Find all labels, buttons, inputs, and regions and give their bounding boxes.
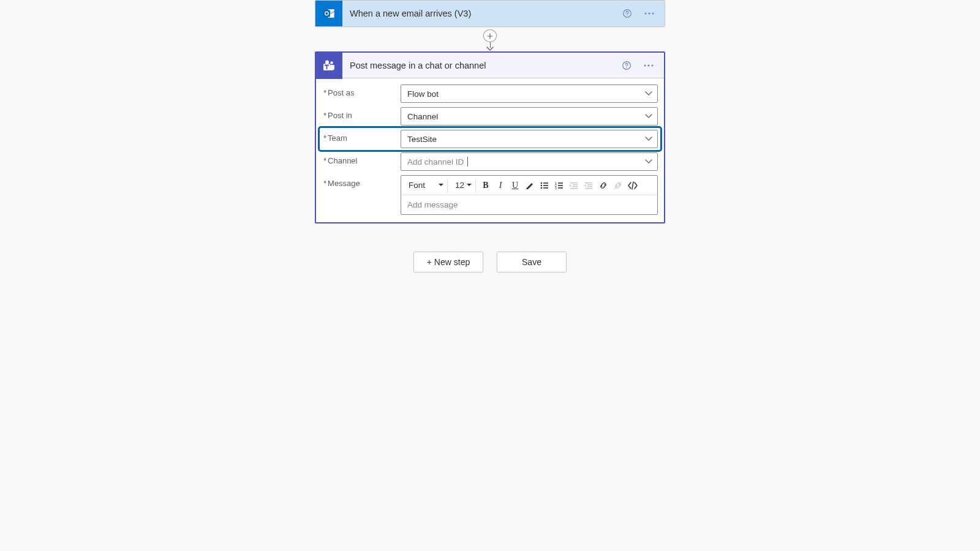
svg-rect-29 — [570, 182, 578, 184]
field-channel: *Channel Add channel ID — [322, 152, 658, 171]
add-step-bubble[interactable] — [483, 29, 497, 42]
select-placeholder: Add channel ID — [407, 157, 464, 167]
svg-rect-18 — [543, 182, 548, 184]
editor-toolbar: Font 12 B I U — [401, 176, 657, 195]
bold-icon[interactable]: B — [478, 178, 493, 193]
highlight-icon[interactable] — [522, 178, 537, 193]
svg-point-21 — [541, 187, 543, 189]
bullet-list-icon[interactable] — [537, 178, 552, 193]
underline-icon[interactable]: U — [508, 178, 522, 193]
team-select[interactable]: TestSite — [401, 130, 658, 148]
svg-rect-22 — [543, 187, 548, 189]
svg-point-7 — [649, 13, 650, 15]
svg-rect-20 — [543, 185, 548, 186]
connector — [483, 27, 497, 51]
text-caret — [467, 157, 468, 167]
svg-rect-32 — [570, 188, 578, 189]
code-view-icon[interactable] — [625, 178, 640, 193]
svg-point-8 — [652, 13, 654, 15]
svg-rect-24 — [558, 182, 563, 184]
svg-point-17 — [541, 182, 543, 184]
action-title: Post message in a chat or channel — [342, 61, 620, 70]
ellipsis-icon[interactable] — [643, 7, 656, 20]
svg-point-15 — [648, 64, 650, 66]
trigger-title: When a new email arrives (V3) — [342, 9, 620, 18]
svg-rect-30 — [573, 184, 578, 186]
svg-point-10 — [325, 60, 329, 64]
svg-point-19 — [541, 184, 543, 186]
trigger-card[interactable]: When a new email arrives (V3) — [315, 0, 665, 27]
action-header[interactable]: Post message in a chat or channel — [316, 53, 664, 78]
link-icon[interactable] — [596, 178, 611, 193]
svg-point-13 — [626, 67, 627, 67]
caret-down-icon — [467, 184, 472, 187]
svg-rect-36 — [585, 188, 592, 189]
chevron-down-icon — [645, 137, 652, 141]
unlink-icon[interactable] — [611, 178, 625, 193]
font-family-select[interactable]: Font — [404, 178, 448, 193]
chevron-down-icon — [645, 91, 652, 96]
field-team: *Team TestSite — [320, 128, 660, 150]
svg-point-14 — [644, 64, 646, 66]
save-button[interactable]: Save — [497, 252, 567, 272]
field-label: *Channel — [322, 152, 401, 171]
indent-icon[interactable] — [581, 178, 596, 193]
post-in-select[interactable]: Channel — [401, 107, 658, 126]
action-card: Post message in a chat or channel *Post … — [315, 51, 665, 223]
svg-rect-26 — [558, 185, 563, 186]
message-editor: Font 12 B I U — [401, 175, 658, 215]
svg-text:3: 3 — [555, 186, 557, 190]
svg-rect-34 — [587, 184, 592, 186]
new-step-button[interactable]: + New step — [413, 252, 483, 272]
field-label: *Message — [322, 175, 401, 192]
select-value: Channel — [407, 112, 438, 121]
svg-point-16 — [652, 64, 654, 66]
channel-select[interactable]: Add channel ID — [401, 152, 658, 171]
caret-down-icon — [439, 184, 443, 187]
svg-rect-28 — [558, 187, 563, 189]
select-value: TestSite — [407, 135, 437, 144]
help-icon[interactable] — [620, 7, 634, 20]
outdent-icon[interactable] — [567, 178, 581, 193]
field-label: *Team — [322, 130, 401, 148]
teams-icon — [315, 52, 342, 79]
select-value: Flow bot — [407, 89, 439, 99]
svg-rect-33 — [585, 182, 592, 184]
svg-rect-35 — [587, 186, 592, 187]
svg-rect-31 — [573, 186, 578, 187]
field-label: *Post as — [322, 84, 401, 103]
svg-point-5 — [627, 15, 627, 16]
footer-actions: + New step Save — [413, 252, 567, 272]
svg-point-6 — [645, 13, 647, 15]
chevron-down-icon — [645, 114, 652, 119]
help-icon[interactable] — [620, 59, 633, 72]
message-textarea[interactable]: Add message — [401, 195, 657, 214]
field-post-as: *Post as Flow bot — [322, 84, 658, 103]
svg-point-9 — [330, 61, 333, 64]
field-label: *Post in — [322, 107, 401, 126]
italic-icon[interactable]: I — [493, 178, 508, 193]
editor-placeholder: Add message — [407, 200, 458, 209]
numbered-list-icon[interactable]: 123 — [552, 178, 567, 193]
svg-rect-2 — [323, 10, 330, 17]
ellipsis-icon[interactable] — [642, 59, 655, 72]
field-message: *Message Font 12 B — [322, 175, 658, 215]
outlook-icon — [315, 1, 342, 26]
post-as-select[interactable]: Flow bot — [401, 84, 658, 103]
font-size-select[interactable]: 12 — [450, 178, 476, 193]
field-post-in: *Post in Channel — [322, 107, 658, 126]
chevron-down-icon — [645, 159, 652, 164]
